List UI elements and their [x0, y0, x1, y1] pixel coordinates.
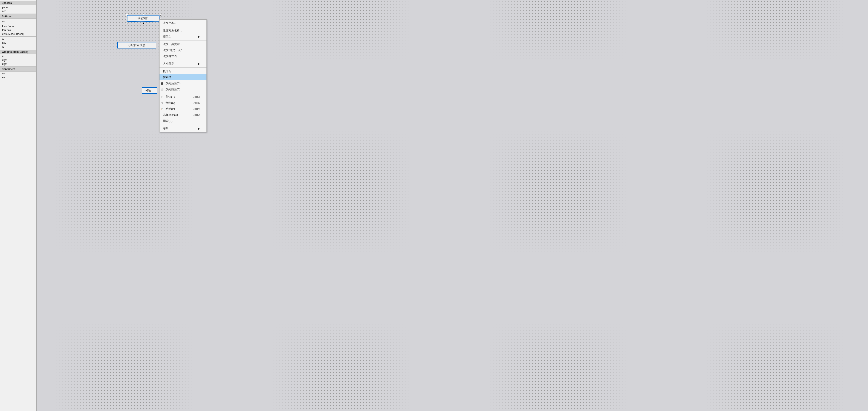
send-to-back-icon: ⬛	[160, 82, 164, 85]
menu-item-layout[interactable]: 布局 ▶	[159, 125, 207, 131]
menu-item-copy[interactable]: ⧉ 复制(C) Ctrl+C	[159, 100, 207, 106]
menu-separator-5	[159, 93, 207, 93]
left-item-pacer[interactable]: pacer	[0, 5, 36, 9]
left-item-ox[interactable]: ox	[0, 71, 36, 76]
widgets-header: Widgets (Item-Based)	[0, 50, 36, 54]
divider-2	[0, 36, 36, 37]
left-item-cer[interactable]: cer	[0, 9, 36, 13]
menu-item-transform-to[interactable]: 变型为 ▶	[159, 34, 207, 40]
arrow-icon: ▶	[198, 35, 200, 38]
menu-item-change-style[interactable]: 改变样式表...	[159, 53, 207, 59]
left-item-ews-model[interactable]: ews (Model-Based)	[0, 32, 36, 36]
selected-button-container: 移动窗口	[127, 15, 159, 22]
left-item-link-button[interactable]: Link Button	[0, 24, 36, 28]
arrow-icon-3: ▶	[198, 127, 200, 130]
left-item-w2[interactable]: w	[0, 45, 36, 49]
menu-separator-1	[159, 27, 207, 27]
menu-item-promote[interactable]: 提升为...	[159, 68, 207, 74]
menu-item-slot-editor[interactable]: 转到槽...	[159, 74, 207, 80]
buttons-header: Buttons	[0, 14, 36, 19]
bring-to-front-icon: ⬜	[160, 88, 164, 91]
divider-1	[0, 13, 36, 14]
menu-item-select-all[interactable]: 选择全部(A) Ctrl+A	[159, 112, 207, 118]
left-panel: Spacers pacer cer Buttons on Link Button…	[0, 0, 37, 411]
arrow-icon-2: ▶	[198, 62, 200, 65]
left-item-dget[interactable]: dget	[0, 58, 36, 62]
menu-separator-2	[159, 40, 207, 40]
cut-icon: ✂	[160, 95, 164, 99]
left-item-ton-box[interactable]: ton Box	[0, 28, 36, 32]
left-item-dget2[interactable]: dget	[0, 62, 36, 66]
menu-item-change-text[interactable]: 改变文本...	[159, 20, 207, 26]
left-item-on[interactable]: on	[0, 20, 36, 24]
design-button-3[interactable]: 修改...	[142, 87, 157, 94]
design-button-1[interactable]: 移动窗口	[127, 15, 159, 22]
left-item-w[interactable]: w	[0, 37, 36, 41]
menu-item-delete[interactable]: 删除(D)	[159, 118, 207, 124]
menu-item-change-tooltip[interactable]: 改变工具提示...	[159, 41, 207, 47]
menu-item-paste[interactable]: 📋 粘贴(P) Ctrl+V	[159, 106, 207, 112]
handle-bc[interactable]	[143, 23, 145, 24]
design-button-2[interactable]: 获取位置信息	[117, 42, 156, 49]
handle-tr[interactable]	[160, 14, 161, 16]
menu-item-change-whatsthis[interactable]: 改变"这是什么"...	[159, 47, 207, 53]
left-item-iew[interactable]: iew	[0, 41, 36, 45]
menu-item-send-to-back[interactable]: ⬛ 放到后面(B)	[159, 80, 207, 86]
left-item-ea[interactable]: ea	[0, 76, 36, 79]
context-menu: 改变文本... 改变对象名称... 变型为 ▶ 改变工具提示... 改变"这是什…	[159, 19, 207, 132]
menu-item-change-obj-name[interactable]: 改变对象名称...	[159, 28, 207, 34]
handle-bl[interactable]	[126, 23, 128, 24]
menu-separator-6	[159, 125, 207, 125]
menu-separator-4	[159, 67, 207, 68]
copy-icon: ⧉	[160, 101, 164, 105]
menu-item-bring-to-front[interactable]: ⬜ 放到前面(F)	[159, 86, 207, 92]
paste-icon: 📋	[160, 107, 164, 111]
design-area[interactable]: 移动窗口 获取位置信息 修改... 改变文本... 改变对象名称... 变型为 …	[37, 0, 868, 411]
left-item-et[interactable]: et	[0, 54, 36, 58]
containers-header: Containers	[0, 67, 36, 71]
menu-item-cut[interactable]: ✂ 剪切(T) Ctrl+X	[159, 94, 207, 100]
menu-item-size-limit[interactable]: 大小限定 ▶	[159, 61, 207, 67]
spacers-header: Spacers	[0, 1, 36, 5]
